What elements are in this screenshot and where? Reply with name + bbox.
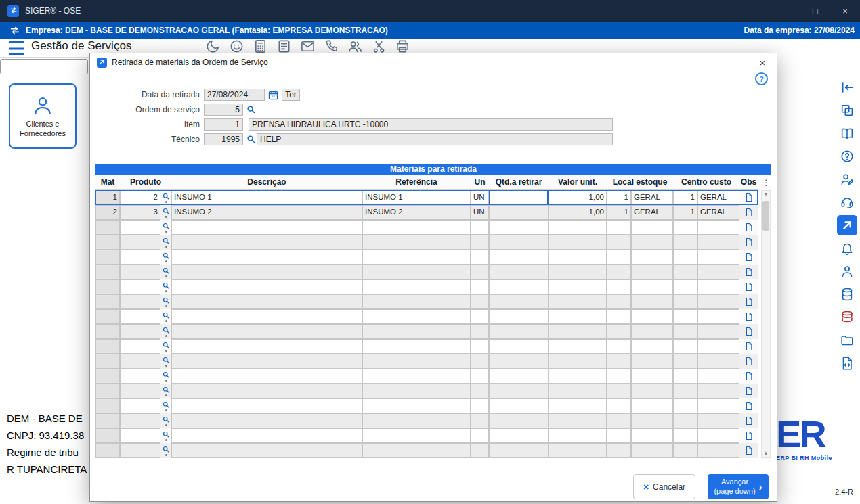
- cell-valor-unit[interactable]: [549, 294, 607, 309]
- cell-produto[interactable]: [120, 250, 160, 265]
- cell-local-estoque-cod[interactable]: [607, 413, 631, 428]
- obs-doc-icon[interactable]: [739, 428, 758, 443]
- scrollbar-thumb[interactable]: [762, 201, 769, 231]
- cell-qtd-retirar[interactable]: [489, 190, 549, 205]
- mail-icon[interactable]: [300, 39, 316, 54]
- technician-search-icon[interactable]: [246, 134, 257, 145]
- cell-local-estoque-cod[interactable]: [607, 235, 631, 250]
- maximize-icon[interactable]: □: [800, 0, 830, 22]
- cell-descricao[interactable]: [171, 309, 362, 324]
- phone-icon[interactable]: [324, 39, 339, 54]
- cell-descricao[interactable]: [171, 339, 362, 354]
- cell-referencia[interactable]: [362, 265, 471, 279]
- dialog-title-bar[interactable]: Retirada de materiais da Ordem de Serviç…: [90, 53, 777, 71]
- table-row[interactable]: [95, 250, 758, 265]
- cell-local-estoque-cod[interactable]: [607, 384, 631, 398]
- cell-referencia[interactable]: [362, 235, 471, 250]
- calculator-icon[interactable]: [253, 39, 268, 54]
- cell-referencia[interactable]: [362, 384, 471, 398]
- product-search-icon[interactable]: [160, 220, 171, 235]
- cell-descricao[interactable]: INSUMO 2: [171, 205, 362, 220]
- cell-referencia[interactable]: INSUMO 1: [362, 190, 471, 205]
- cell-centro-custo-cod[interactable]: [673, 443, 697, 458]
- product-search-icon[interactable]: [160, 443, 171, 458]
- cell-local-estoque-cod[interactable]: [607, 443, 631, 458]
- cell-qtd-retirar[interactable]: [489, 324, 549, 339]
- cell-descricao[interactable]: [171, 428, 362, 443]
- cell-qtd-retirar[interactable]: [489, 265, 549, 279]
- cell-produto[interactable]: [120, 369, 160, 384]
- mood-icon[interactable]: [229, 39, 244, 54]
- cell-descricao[interactable]: [171, 294, 362, 309]
- cell-valor-unit[interactable]: [549, 413, 607, 428]
- cell-descricao[interactable]: [171, 265, 362, 279]
- obs-doc-icon[interactable]: [739, 250, 758, 265]
- table-row[interactable]: [95, 309, 758, 324]
- product-search-icon[interactable]: [160, 324, 171, 339]
- cell-produto[interactable]: [120, 265, 160, 279]
- scroll-up-icon[interactable]: ∧: [761, 190, 771, 200]
- cell-qtd-retirar[interactable]: [489, 413, 549, 428]
- obs-doc-icon[interactable]: [739, 205, 758, 220]
- users-icon[interactable]: [347, 39, 363, 54]
- cell-qtd-retirar[interactable]: [489, 250, 549, 265]
- cell-valor-unit[interactable]: [549, 235, 607, 250]
- cell-valor-unit[interactable]: [549, 398, 607, 413]
- cancel-button[interactable]: × Cancelar: [633, 474, 695, 499]
- title-bar[interactable]: SIGER® - OSE – □ ×: [0, 0, 860, 22]
- obs-doc-icon[interactable]: [739, 339, 758, 354]
- obs-doc-icon[interactable]: [739, 398, 758, 413]
- cell-qtd-retirar[interactable]: [489, 235, 549, 250]
- cell-referencia[interactable]: [362, 443, 471, 458]
- table-row[interactable]: [95, 265, 758, 279]
- cell-qtd-retirar[interactable]: [489, 279, 549, 294]
- cell-valor-unit[interactable]: [549, 250, 607, 265]
- cell-valor-unit[interactable]: [549, 309, 607, 324]
- cell-produto[interactable]: [120, 413, 160, 428]
- product-search-icon[interactable]: [160, 398, 171, 413]
- cell-local-estoque-cod[interactable]: [607, 220, 631, 235]
- folder-icon[interactable]: [837, 330, 857, 350]
- table-row[interactable]: [95, 235, 758, 250]
- table-row[interactable]: 23INSUMO 2INSUMO 2UN1,001GERAL1GERAL: [95, 205, 758, 220]
- product-search-icon[interactable]: [160, 250, 171, 265]
- cell-centro-custo-cod[interactable]: 1: [673, 190, 697, 205]
- close-icon[interactable]: ×: [830, 0, 860, 22]
- cell-qtd-retirar[interactable]: [489, 205, 549, 220]
- cell-valor-unit[interactable]: [549, 369, 607, 384]
- printer-icon[interactable]: [395, 39, 410, 54]
- obs-doc-icon[interactable]: [739, 309, 758, 324]
- tools-icon[interactable]: [371, 39, 387, 54]
- cell-centro-custo-cod[interactable]: [673, 398, 697, 413]
- cell-local-estoque-cod[interactable]: 1: [607, 190, 631, 205]
- obs-doc-icon[interactable]: [739, 413, 758, 428]
- cell-centro-custo-cod[interactable]: [673, 369, 697, 384]
- database-red-icon[interactable]: [837, 307, 857, 327]
- cell-centro-custo-cod[interactable]: [673, 279, 697, 294]
- minimize-icon[interactable]: –: [771, 0, 800, 22]
- service-order-icon[interactable]: [837, 215, 857, 235]
- cell-descricao[interactable]: [171, 369, 362, 384]
- product-search-icon[interactable]: [160, 235, 171, 250]
- cell-referencia[interactable]: [362, 220, 471, 235]
- obs-doc-icon[interactable]: [739, 220, 758, 235]
- cell-produto[interactable]: 3: [120, 205, 160, 220]
- product-search-icon[interactable]: [160, 354, 171, 369]
- cell-referencia[interactable]: [362, 309, 471, 324]
- cell-produto[interactable]: 2: [120, 190, 160, 205]
- table-row[interactable]: [95, 279, 758, 294]
- obs-doc-icon[interactable]: [739, 294, 758, 309]
- bell-icon[interactable]: [837, 238, 857, 258]
- cell-centro-custo-cod[interactable]: [673, 220, 697, 235]
- cell-qtd-retirar[interactable]: [489, 294, 549, 309]
- book-icon[interactable]: [837, 123, 857, 143]
- cell-produto[interactable]: [120, 294, 160, 309]
- table-row[interactable]: [95, 398, 758, 413]
- cell-qtd-retirar[interactable]: [489, 384, 549, 398]
- cell-referencia[interactable]: [362, 354, 471, 369]
- table-row[interactable]: [95, 443, 758, 458]
- cell-valor-unit[interactable]: [549, 354, 607, 369]
- exit-icon[interactable]: [837, 77, 857, 97]
- cell-qtd-retirar[interactable]: [489, 339, 549, 354]
- cell-local-estoque-cod[interactable]: [607, 279, 631, 294]
